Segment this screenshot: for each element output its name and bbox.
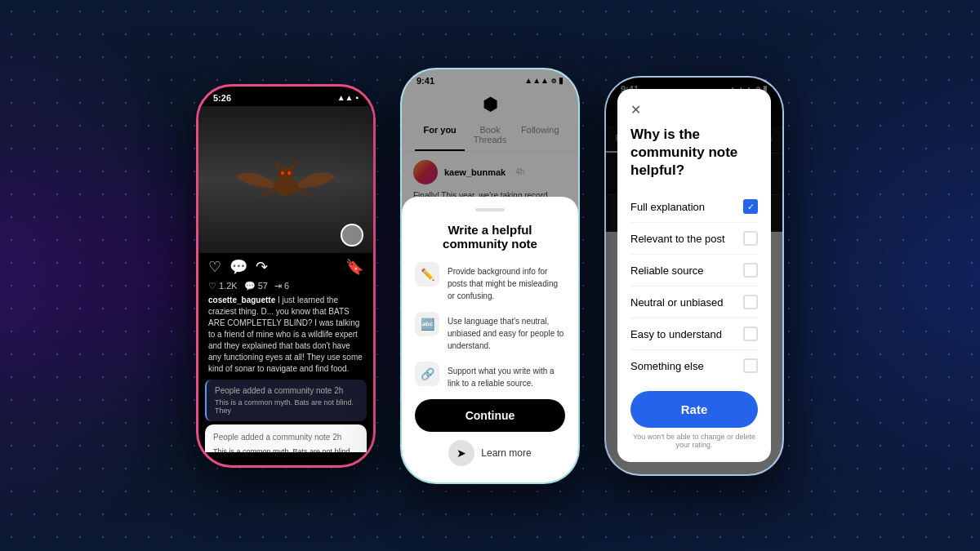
option-label-1: Relevant to the post	[630, 233, 725, 245]
svg-marker-2	[274, 158, 282, 169]
option-label-5: Something else	[630, 360, 704, 372]
option-full-explanation[interactable]: Full explanation	[630, 191, 758, 223]
option-easy[interactable]: Easy to understand	[630, 318, 758, 350]
status-bar-left: 5:26 ▲▲ ▪	[198, 87, 373, 106]
option-relevant[interactable]: Relevant to the post	[630, 223, 758, 255]
bookmark-icon[interactable]: 🔖	[345, 258, 363, 276]
modal-item-text-2: Support what you write with a link to a …	[448, 362, 565, 389]
why-helpful-modal: ✕ Why is the community note helpful? Ful…	[606, 78, 782, 474]
post-caption-left: I just learned the craziest thing. D... …	[208, 295, 363, 373]
checkbox-1[interactable]	[743, 231, 758, 246]
learn-more-label[interactable]: Learn more	[481, 447, 531, 459]
phone-instagram: 5:26 ▲▲ ▪	[196, 84, 376, 468]
option-neutral[interactable]: Neutral or unbiased	[630, 287, 758, 318]
phone-meta: 9:41 ▲▲▲ ⌾ ▮ ✕ ⊕ Meta Rate notes Your ra…	[604, 76, 784, 476]
modal-item-2: 🔗 Support what you write with a link to …	[415, 362, 565, 389]
option-label-3: Neutral or unbiased	[630, 296, 723, 309]
back-button[interactable]: ➤	[448, 440, 474, 466]
option-label-4: Easy to understand	[630, 328, 722, 340]
modal-item-text-1: Use language that's neutral, unbiased an…	[448, 312, 565, 352]
svg-point-1	[278, 167, 294, 181]
continue-button[interactable]: Continue	[415, 399, 565, 432]
comment-icon[interactable]: 💬	[229, 258, 247, 276]
note-full-body: This is a common myth. Bats are not blin…	[213, 447, 359, 452]
phone-threads: 9:41 ▲▲▲ ⌾ ▮ ⬢ For you Book Threads Foll…	[400, 68, 580, 484]
note-full-header: People added a community note 2h	[213, 433, 359, 442]
rate-button[interactable]: Rate	[630, 391, 758, 428]
signal-icon-left: ▲▲	[337, 93, 354, 102]
community-note-full: People added a community note 2h This is…	[205, 424, 367, 452]
bat-image	[198, 106, 373, 253]
checkbox-3[interactable]	[743, 295, 758, 309]
phones-container: 5:26 ▲▲ ▪	[0, 0, 980, 551]
svg-marker-3	[290, 158, 298, 169]
ig-actions: ♡ 💬 ↷ 🔖	[198, 253, 373, 281]
why-sheet: ✕ Why is the community note helpful? Ful…	[617, 89, 771, 462]
svg-point-5	[287, 171, 291, 174]
modal-handle	[475, 208, 505, 211]
instagram-content: ♡ 💬 ↷ 🔖 ♡ 1.2K 💬 57 ⇥ 6 cosette_baguette…	[198, 106, 373, 452]
option-label-0: Full explanation	[630, 201, 705, 213]
svg-point-4	[281, 171, 284, 174]
note-full-time: 2h	[332, 433, 341, 442]
share-count: ⇥ 6	[274, 281, 289, 291]
note-preview-text: This is a common myth. Bats are not blin…	[215, 398, 359, 415]
checkbox-5[interactable]	[743, 358, 758, 373]
share-icon[interactable]: ↷	[256, 258, 268, 276]
checkbox-2[interactable]	[743, 263, 758, 278]
battery-icon-left: ▪	[355, 93, 359, 102]
status-icons-left: ▲▲ ▪	[337, 93, 359, 102]
avatar-left	[341, 224, 363, 247]
bat-svg	[233, 139, 339, 220]
modal-icon-2: 🔗	[415, 362, 439, 386]
community-note-preview: People added a community note 2h This is…	[205, 380, 367, 421]
write-note-modal: Write a helpful community note ✏️ Provid…	[402, 197, 578, 482]
post-username-left: cosette_baguette	[208, 295, 275, 304]
why-title: Why is the community note helpful?	[630, 126, 758, 180]
modal-item-0: ✏️ Provide background info for posts tha…	[415, 262, 565, 302]
checkbox-4[interactable]	[743, 327, 758, 341]
modal-icon-1: 🔤	[415, 312, 439, 336]
learn-more-row: ➤ Learn more	[415, 440, 565, 466]
modal-icon-0: ✏️	[415, 262, 439, 287]
note-preview-time: 2h	[334, 386, 343, 395]
why-close-icon[interactable]: ✕	[630, 102, 758, 118]
ig-counts: ♡ 1.2K 💬 57 ⇥ 6	[198, 281, 373, 295]
modal-item-1: 🔤 Use language that's neutral, unbiased …	[415, 312, 565, 352]
option-something-else[interactable]: Something else	[630, 350, 758, 381]
comment-count: 💬 57	[244, 281, 268, 291]
option-label-2: Reliable source	[630, 264, 704, 277]
checkbox-0[interactable]	[743, 199, 758, 214]
option-reliable-source[interactable]: Reliable source	[630, 255, 758, 287]
ig-caption: cosette_baguette I just learned the craz…	[198, 295, 373, 380]
modal-title: Write a helpful community note	[415, 223, 565, 251]
like-count: ♡ 1.2K	[208, 281, 238, 291]
like-icon[interactable]: ♡	[208, 258, 221, 276]
rate-note: You won't be able to change or delete yo…	[630, 433, 758, 449]
modal-overlay: Write a helpful community note ✏️ Provid…	[402, 69, 578, 482]
note-preview-title: People added a community note 2h	[215, 386, 359, 395]
modal-item-text-0: Provide background info for posts that m…	[448, 262, 565, 302]
status-time-left: 5:26	[213, 93, 231, 103]
